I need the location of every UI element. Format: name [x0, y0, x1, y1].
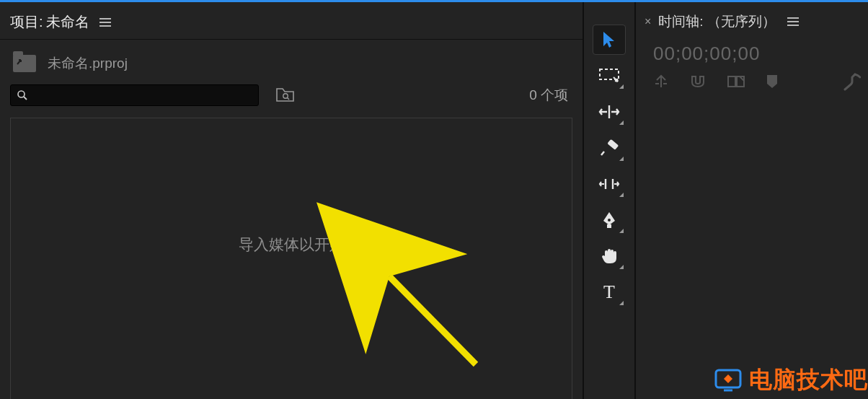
svg-line-7 [601, 152, 604, 155]
marker-icon[interactable] [766, 74, 779, 89]
svg-rect-6 [607, 139, 619, 150]
drop-hint-text: 导入媒体以开始 [239, 234, 345, 255]
timeline-panel-tab[interactable]: × 时间轴: （无序列） [636, 8, 868, 38]
search-bin-icon[interactable] [276, 88, 295, 102]
timeline-panel: × 时间轴: （无序列） 00;00;00;00 [636, 2, 868, 399]
project-file-name: 未命名.prproj [48, 54, 128, 73]
project-panel-tab[interactable]: 项目: 未命名 [0, 8, 583, 40]
linked-selection-icon[interactable] [727, 74, 745, 89]
razor-tool[interactable] [593, 133, 625, 162]
ripple-edit-tool[interactable] [593, 97, 625, 126]
pen-tool[interactable] [593, 206, 625, 234]
svg-rect-11 [607, 224, 611, 228]
type-tool[interactable]: T [593, 278, 625, 307]
marquee-tool[interactable] [593, 61, 625, 90]
svg-line-1 [24, 97, 27, 100]
hand-tool[interactable] [593, 242, 625, 271]
project-panel: 项目: 未命名 未命名.prproj 0 个项 [0, 2, 584, 399]
svg-rect-4 [600, 69, 619, 79]
timeline-tab-label: 时间轴: （无序列） [658, 12, 776, 31]
settings-icon[interactable] [842, 72, 861, 91]
panel-menu-icon[interactable] [99, 18, 111, 27]
media-drop-zone[interactable]: 导入媒体以开始 [10, 118, 572, 399]
svg-rect-12 [728, 76, 735, 87]
svg-point-0 [18, 91, 25, 97]
timeline-toolbar [636, 72, 868, 91]
project-item-count: 0 个项 [529, 86, 572, 105]
selection-tool[interactable] [593, 25, 625, 54]
search-field[interactable] [32, 89, 252, 101]
project-file-row[interactable]: 未命名.prproj [10, 40, 572, 83]
svg-line-3 [288, 98, 290, 100]
project-tab-name: 未命名 [46, 12, 89, 32]
svg-point-10 [608, 219, 611, 222]
magnet-icon[interactable] [689, 74, 707, 89]
project-tab-prefix: 项目: [10, 12, 43, 32]
tool-palette: T [584, 2, 636, 399]
svg-point-2 [283, 94, 288, 98]
close-icon[interactable]: × [645, 15, 651, 28]
timeline-timecode[interactable]: 00;00;00;00 [636, 38, 868, 72]
panel-menu-icon[interactable] [787, 17, 799, 26]
search-icon [17, 89, 28, 101]
snap-icon[interactable] [653, 74, 669, 89]
project-search-input[interactable] [10, 84, 259, 106]
slip-tool[interactable] [593, 170, 625, 198]
folder-up-icon[interactable] [13, 55, 36, 72]
